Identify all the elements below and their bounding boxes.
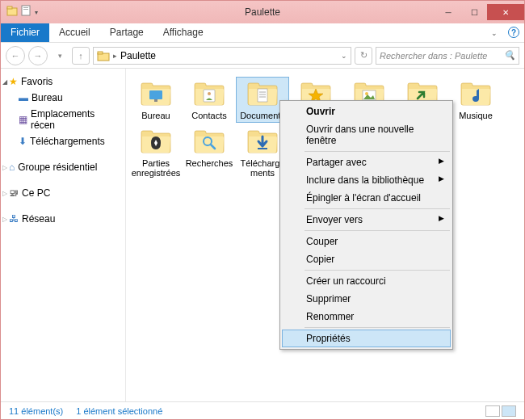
folder-icon: [458, 78, 494, 111]
nav-recent-button[interactable]: ▾: [51, 47, 69, 65]
nav-item-emplacements[interactable]: ▦Emplacements récen: [1, 106, 125, 133]
menu-item[interactable]: Copier: [282, 250, 451, 268]
folder-label: Musique: [459, 111, 493, 121]
folder-label: Recherches: [186, 158, 233, 169]
menu-item[interactable]: Couper: [282, 233, 451, 250]
nav-item-telechargements[interactable]: ⬇Téléchargements: [1, 133, 125, 149]
folder-icon: [191, 126, 227, 158]
tab-affichage[interactable]: Affichage: [153, 23, 213, 42]
folder-icon: [138, 126, 174, 158]
ribbon-expand-icon[interactable]: ⌄: [485, 23, 503, 42]
titlebar: ▾ Paulette ─ ☐ ✕: [1, 1, 524, 23]
navbar: ← → ▾ ↑ ▸ Paulette ⌄ ↻ Rechercher dans :…: [1, 43, 524, 69]
nav-forward-button[interactable]: →: [28, 46, 48, 65]
nav-back-button[interactable]: ←: [6, 46, 25, 65]
menu-item[interactable]: Inclure dans la bibliothèque▶: [282, 171, 451, 189]
nav-pane: ◢★Favoris ▬Bureau ▦Emplacements récen ⬇T…: [1, 69, 126, 401]
menu-separator: [304, 151, 450, 152]
menu-item[interactable]: Créer un raccourci: [282, 272, 451, 290]
svg-rect-7: [149, 90, 162, 99]
close-button[interactable]: ✕: [487, 4, 524, 20]
folder-icon: [97, 49, 110, 62]
help-icon[interactable]: ?: [508, 27, 519, 38]
maximize-button[interactable]: ☐: [461, 4, 487, 20]
nav-up-button[interactable]: ↑: [72, 47, 90, 65]
nav-item-bureau[interactable]: ▬Bureau: [1, 90, 125, 106]
folder-item-desktop[interactable]: Bureau: [129, 77, 183, 123]
svg-rect-4: [23, 9, 28, 10]
tab-partage[interactable]: Partage: [100, 23, 153, 42]
minimize-button[interactable]: ─: [435, 4, 461, 20]
menu-item[interactable]: Partager avec▶: [282, 153, 451, 171]
submenu-arrow-icon: ▶: [439, 214, 444, 222]
folder-item-games[interactable]: Parties enregistrées: [129, 124, 183, 180]
menu-item[interactable]: Supprimer: [282, 290, 451, 308]
refresh-button[interactable]: ↻: [355, 47, 372, 65]
svg-rect-6: [98, 52, 103, 54]
nav-homegroup[interactable]: ▷⌂Groupe résidentiel: [1, 159, 125, 175]
status-count: 11 élément(s): [9, 406, 63, 416]
svg-rect-8: [154, 99, 158, 102]
search-placeholder: Rechercher dans : Paulette: [380, 51, 487, 61]
folder-item-music[interactable]: Musique: [449, 77, 502, 123]
nav-network[interactable]: ▷🖧Réseau: [1, 211, 125, 227]
tab-accueil[interactable]: Accueil: [49, 23, 100, 42]
context-menu: OuvrirOuvrir dans une nouvelle fenêtrePa…: [279, 100, 453, 350]
nav-favorites[interactable]: ◢★Favoris: [1, 74, 125, 90]
view-details-button[interactable]: [485, 405, 500, 417]
folder-label: Parties enregistrées: [131, 158, 181, 178]
status-selected: 1 élément sélectionné: [76, 406, 162, 416]
qat-dropdown-icon[interactable]: ▾: [35, 9, 38, 16]
breadcrumb-location: Paulette: [120, 50, 156, 61]
folder-label: Documents: [240, 111, 285, 121]
search-icon: 🔍: [504, 50, 515, 61]
svg-rect-1: [7, 6, 12, 9]
breadcrumb[interactable]: ▸ Paulette ⌄: [93, 47, 351, 65]
menu-separator: [304, 270, 450, 271]
menu-item[interactable]: Propriétés: [282, 330, 451, 347]
search-input[interactable]: Rechercher dans : Paulette 🔍: [376, 47, 519, 65]
statusbar: 11 élément(s) 1 élément sélectionné: [1, 401, 524, 419]
svg-rect-2: [22, 6, 30, 15]
view-icons-button[interactable]: [502, 405, 516, 417]
submenu-arrow-icon: ▶: [439, 157, 444, 165]
menu-item[interactable]: Envoyer vers▶: [282, 211, 451, 229]
nav-thispc[interactable]: ▷🖳Ce PC: [1, 185, 125, 201]
menu-item[interactable]: Épingler à l'écran d'accueil: [282, 189, 451, 207]
folder-icon: [245, 78, 280, 111]
folder-icon: [191, 78, 227, 111]
menu-separator: [304, 230, 450, 231]
svg-rect-11: [258, 89, 267, 102]
svg-rect-3: [23, 7, 28, 8]
breadcrumb-dropdown-icon[interactable]: ⌄: [341, 52, 347, 60]
qat-icon[interactable]: [6, 4, 19, 20]
menu-separator: [304, 208, 450, 209]
ribbon: Fichier Accueil Partage Affichage ⌄ ?: [1, 23, 524, 43]
qat-icon[interactable]: [20, 4, 33, 20]
folder-label: Bureau: [141, 111, 170, 121]
tab-fichier[interactable]: Fichier: [1, 23, 49, 42]
svg-point-10: [208, 92, 211, 95]
menu-separator: [304, 327, 450, 328]
menu-item[interactable]: Renommer: [282, 308, 451, 326]
folder-icon: [245, 126, 280, 158]
menu-item[interactable]: Ouvrir dans une nouvelle fenêtre: [282, 120, 451, 149]
folder-icon: [138, 78, 174, 111]
menu-item[interactable]: Ouvrir: [282, 103, 451, 120]
submenu-arrow-icon: ▶: [439, 174, 444, 183]
window-title: Paulette: [245, 6, 280, 18]
folder-item-contacts[interactable]: Contacts: [183, 77, 236, 123]
folder-label: Contacts: [191, 111, 226, 121]
folder-item-search[interactable]: Recherches: [183, 124, 236, 180]
